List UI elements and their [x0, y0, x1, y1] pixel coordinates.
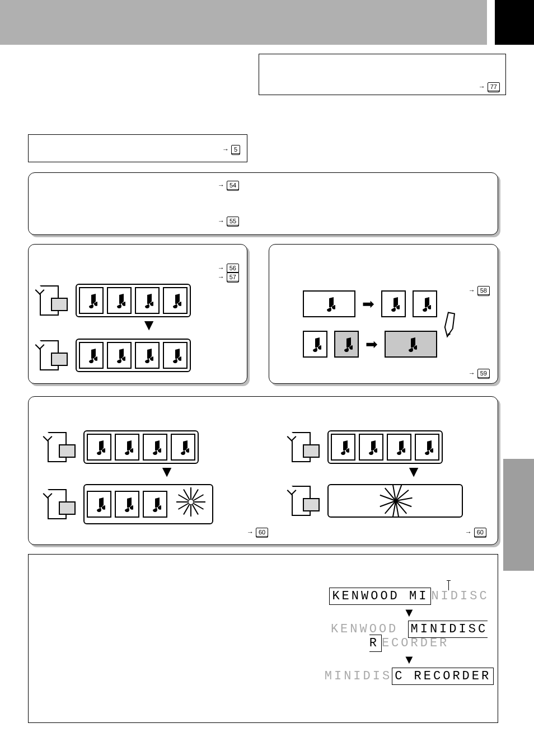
display-trail-text: ECORDER [382, 636, 449, 650]
top-info-box: → 77 [259, 54, 506, 95]
panel-split-combine: → 58 → 59 ➡ ➡ [269, 244, 498, 384]
track-cell [303, 331, 327, 358]
arrow-icon: → [469, 369, 475, 377]
panel-overview: → 54 → 55 [28, 172, 498, 235]
track-cell [163, 287, 188, 314]
info-box-1: → 5 [28, 134, 247, 162]
arrow-icon: → [218, 264, 224, 272]
track-cell [87, 434, 111, 461]
track-cell [87, 491, 111, 518]
minidisc-icon [48, 432, 74, 462]
page-ref-57: → 57 [218, 273, 239, 281]
page-ref-55: → 55 [218, 217, 239, 226]
track-cell [413, 290, 437, 317]
title-scroll-display: KENWOOD MINIDISC ▼ KENWOOD MINIDISC RECO… [297, 586, 521, 687]
empty-track-list [327, 484, 463, 518]
minidisc-icon [292, 486, 318, 516]
book-page-icon: 58 [477, 286, 490, 295]
track-cell [331, 434, 355, 461]
tick-mark [448, 580, 449, 590]
arrow-icon: → [218, 273, 224, 281]
minidisc-icon [48, 489, 74, 519]
track-list [76, 284, 191, 317]
track-cell [79, 287, 104, 314]
panel-erase: → 60 → 60 ▼ [28, 396, 498, 545]
page-ref-77: → 77 [479, 82, 500, 91]
track-cell [163, 342, 188, 369]
panel-move-track: → 56 → 57 ▼ [28, 244, 247, 384]
header-black-tab [495, 0, 534, 45]
book-page-icon: 54 [227, 181, 239, 190]
track-long-shaded [385, 331, 437, 358]
track-list [327, 430, 443, 464]
page-ref-59: → 59 [469, 369, 490, 378]
track-cell-shaded [334, 331, 359, 358]
track-long [303, 290, 355, 317]
erase-burst-icon [345, 481, 446, 520]
display-window-text: C RECORDER [395, 669, 491, 683]
track-list [83, 430, 199, 464]
track-cell [143, 491, 167, 518]
pen-icon [434, 308, 465, 340]
book-page-icon: 57 [227, 273, 239, 281]
track-cell [107, 287, 132, 314]
track-list [83, 484, 213, 524]
arrow-icon: → [465, 528, 472, 536]
book-page-icon: 60 [474, 528, 486, 537]
erase-all-diagram: ▼ [292, 430, 463, 518]
track-cell [135, 287, 160, 314]
track-cell [381, 290, 406, 317]
arrow-icon: → [218, 217, 224, 225]
track-cell [115, 434, 139, 461]
arrow-icon: → [222, 145, 229, 153]
header-gray-bar [0, 0, 487, 45]
display-line-2: KENWOOD MINIDISC RECORDER [297, 622, 521, 650]
panel-title-scroll: KENWOOD MINIDISC ▼ KENWOOD MINIDISC RECO… [28, 554, 498, 723]
arrow-icon: → [479, 83, 485, 91]
book-page-icon: 56 [227, 264, 239, 273]
arrow-icon: → [218, 181, 224, 189]
minidisc-icon [292, 432, 318, 462]
track-cell [143, 434, 167, 461]
track-cell [135, 342, 160, 369]
book-page-icon: 55 [227, 217, 239, 226]
track-cell [79, 342, 104, 369]
right-arrow-icon: ➡ [366, 337, 378, 351]
down-arrow-icon: ▼ [107, 317, 191, 333]
down-arrow-icon: ▼ [364, 464, 463, 480]
book-page-icon: 5 [231, 145, 240, 154]
display-trail-text: NIDISC [431, 589, 489, 603]
down-arrow-icon: ▼ [297, 654, 521, 666]
right-arrow-icon: ➡ [362, 297, 374, 311]
side-gray-tab [503, 459, 534, 571]
erase-one-diagram: ▼ [48, 430, 213, 524]
page-ref-60a: → 60 [247, 528, 268, 537]
book-page-icon: 77 [488, 82, 500, 91]
page-ref-56: → 56 [218, 264, 239, 273]
track-cell [107, 342, 132, 369]
split-diagram: ➡ ➡ [303, 290, 437, 358]
down-arrow-icon: ▼ [120, 464, 213, 480]
book-page-icon: 59 [477, 369, 490, 378]
display-lead-text: MINIDIS [325, 669, 392, 683]
page-ref-54: → 54 [218, 181, 239, 190]
track-cell [171, 434, 195, 461]
page-ref-58: → 58 [469, 286, 490, 295]
track-list [76, 339, 191, 372]
erase-burst-icon [171, 487, 210, 521]
book-page-icon: 60 [256, 528, 268, 537]
display-line-3: MINIDISC RECORDER [297, 669, 521, 683]
minidisc-icon [40, 285, 67, 316]
track-cell [115, 491, 139, 518]
move-diagram: ▼ [40, 284, 191, 372]
page-ref-60b: → 60 [465, 528, 486, 537]
arrow-icon: → [469, 287, 475, 294]
down-arrow-icon: ▼ [297, 607, 521, 619]
track-cell [387, 434, 411, 461]
track-cell [415, 434, 439, 461]
display-line-1: KENWOOD MINIDISC [297, 589, 521, 603]
arrow-icon: → [247, 528, 254, 536]
page-ref-5: → 5 [222, 145, 240, 154]
minidisc-icon [40, 340, 67, 370]
track-cell [359, 434, 383, 461]
